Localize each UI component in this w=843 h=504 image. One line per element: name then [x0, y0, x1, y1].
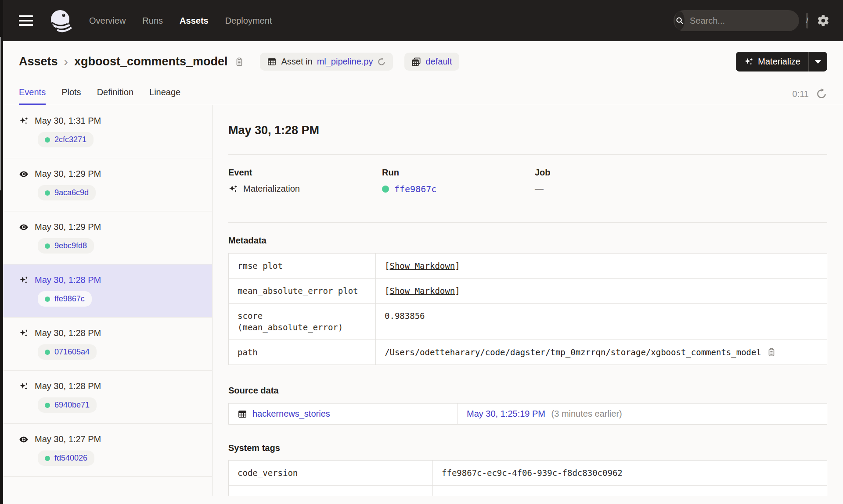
- event-list-item[interactable]: May 30, 1:27 PM fd540026: [0, 424, 212, 477]
- top-nav: Overview Runs Assets Deployment /: [0, 0, 843, 41]
- run-id-badge[interactable]: 071605a4: [38, 344, 97, 360]
- run-id-badge[interactable]: fd540026: [38, 450, 94, 466]
- observation-eye-icon: [19, 435, 29, 444]
- run-success-dot: [45, 403, 50, 408]
- dagster-logo-icon[interactable]: [49, 8, 73, 33]
- asset-table-icon: [267, 57, 277, 67]
- materialize-button[interactable]: Materialize: [736, 52, 808, 71]
- nav-link-runs[interactable]: Runs: [142, 16, 163, 26]
- metadata-score-value: 0.983856: [376, 304, 809, 340]
- tag-key: code_version: [229, 461, 433, 486]
- event-list-item[interactable]: May 30, 1:29 PM 9ebc9fd8: [0, 211, 212, 265]
- run-success-dot: [45, 190, 50, 196]
- tab-definition[interactable]: Definition: [97, 87, 133, 105]
- event-list-item[interactable]: May 30, 1:29 PM 9aca6c9d: [0, 158, 212, 211]
- event-column-label: Event: [228, 168, 382, 178]
- search-shortcut-key: /: [806, 13, 808, 29]
- table-row: path /Users/odetteharary/code/dagster/tm…: [229, 340, 827, 365]
- show-markdown-link[interactable]: Show Markdown: [389, 286, 455, 296]
- run-id-badge[interactable]: ffe9867c: [38, 291, 92, 307]
- nav-link-deployment[interactable]: Deployment: [225, 16, 272, 26]
- table-row: mean_absolute_error plot [Show Markdown]: [229, 279, 827, 304]
- breadcrumb-separator: ›: [64, 56, 68, 68]
- repo-badge[interactable]: default: [404, 53, 459, 71]
- breadcrumb: Assets › xgboost_comments_model: [19, 55, 227, 68]
- search-icon: [675, 11, 684, 30]
- metadata-key: path: [229, 340, 376, 365]
- nav-link-overview[interactable]: Overview: [89, 16, 126, 26]
- repo-link[interactable]: default: [425, 57, 452, 67]
- table-row: code_version ffe9867c-ec9c-4f06-939c-f8d…: [229, 461, 827, 486]
- tab-lineage[interactable]: Lineage: [149, 87, 180, 105]
- code-location-icon: [411, 57, 421, 67]
- breadcrumb-assets[interactable]: Assets: [19, 55, 58, 68]
- copy-asset-name-icon[interactable]: [234, 57, 244, 67]
- refresh-icon[interactable]: [816, 88, 827, 100]
- gear-icon[interactable]: [817, 14, 830, 27]
- page-title: xgboost_comments_model: [74, 55, 228, 68]
- materialization-sparkle-icon: [228, 184, 238, 194]
- event-type-value: Materialization: [243, 184, 300, 194]
- search-box[interactable]: /: [674, 10, 799, 31]
- job-column-label: Job: [535, 168, 827, 178]
- refresh-countdown: 0:11: [793, 89, 809, 99]
- run-id-badge[interactable]: 2cfc3271: [38, 132, 94, 147]
- asset-file-link[interactable]: ml_pipeline.py: [317, 57, 373, 67]
- source-data-table: hackernews_stories May 30, 1:25:19 PM (3…: [228, 403, 827, 425]
- asset-location-prefix: Asset in: [281, 57, 312, 67]
- run-id-badge[interactable]: 6940be71: [38, 397, 97, 413]
- source-asset-link[interactable]: hackernews_stories: [252, 409, 330, 419]
- run-success-dot: [382, 186, 389, 193]
- observation-eye-icon: [19, 169, 29, 179]
- observation-eye-icon: [19, 222, 29, 232]
- show-markdown-link[interactable]: Show Markdown: [389, 261, 455, 271]
- materialization-sparkle-icon: [19, 329, 29, 338]
- source-relative-note: (3 minutes earlier): [551, 409, 622, 418]
- table-row: score (mean_absolute_error) 0.983856: [229, 304, 827, 340]
- run-success-dot: [45, 243, 50, 249]
- job-value: —: [535, 184, 544, 194]
- tab-events[interactable]: Events: [19, 87, 46, 105]
- metadata-key: mean_absolute_error plot: [229, 279, 376, 304]
- metadata-key: score (mean_absolute_error): [229, 304, 376, 340]
- hamburger-menu-icon[interactable]: [19, 15, 33, 26]
- event-list-item[interactable]: May 30, 1:28 PM 6940be71: [0, 371, 212, 424]
- table-row: hackernews_stories May 30, 1:25:19 PM (3…: [229, 404, 827, 425]
- copy-path-icon[interactable]: [767, 347, 776, 357]
- desktop-edge-line: [0, 37, 1, 190]
- chevron-down-icon: [815, 60, 821, 64]
- run-success-dot: [45, 456, 50, 461]
- nav-links: Overview Runs Assets Deployment: [89, 16, 272, 26]
- storage-path-link[interactable]: /Users/odetteharary/code/dagster/tmp_0mz…: [385, 347, 761, 358]
- materialize-dropdown-button[interactable]: [809, 52, 827, 71]
- event-detail-panel: May 30, 1:28 PM Event Materialization Ru…: [213, 105, 843, 496]
- source-data-heading: Source data: [228, 386, 827, 396]
- materialize-sparkle-icon: [744, 57, 753, 67]
- metadata-table: rmse plot [Show Markdown] mean_absolute_…: [228, 253, 827, 365]
- asset-table-icon: [238, 409, 247, 419]
- run-column-label: Run: [382, 168, 535, 178]
- nav-link-assets[interactable]: Assets: [180, 16, 209, 26]
- metadata-key: rmse plot: [229, 254, 376, 279]
- event-list-item[interactable]: May 30, 1:31 PM 2cfc3271: [0, 105, 212, 158]
- tab-plots[interactable]: Plots: [61, 87, 81, 105]
- event-list-sidebar: May 30, 1:31 PM 2cfc3271 May 30, 1:29 PM…: [0, 105, 213, 496]
- run-success-dot: [45, 297, 50, 302]
- source-timestamp-link[interactable]: May 30, 1:25:19 PM: [467, 409, 545, 418]
- run-id-badge[interactable]: 9aca6c9d: [38, 185, 96, 200]
- materialization-sparkle-icon: [19, 116, 29, 126]
- materialize-split-button: Materialize: [736, 52, 827, 71]
- system-tags-heading: System tags: [228, 443, 827, 453]
- run-success-dot: [45, 137, 50, 143]
- event-list-item-selected[interactable]: May 30, 1:28 PM ffe9867c: [0, 265, 212, 318]
- run-success-dot: [45, 350, 50, 355]
- system-tags-table: code_version ffe9867c-ec9c-4f06-939c-f8d…: [228, 460, 827, 496]
- reload-location-icon[interactable]: [377, 57, 386, 66]
- search-input[interactable]: [684, 16, 806, 26]
- page-header: Assets › xgboost_comments_model Asset in…: [0, 41, 843, 71]
- run-id-badge[interactable]: 9ebc9fd8: [38, 238, 94, 254]
- asset-tabs: Events Plots Definition Lineage 0:11: [0, 87, 843, 105]
- event-list-item[interactable]: May 30, 1:28 PM 071605a4: [0, 318, 212, 371]
- run-id-link[interactable]: ffe9867c: [394, 184, 436, 194]
- asset-location-badge[interactable]: Asset in ml_pipeline.py: [260, 53, 393, 71]
